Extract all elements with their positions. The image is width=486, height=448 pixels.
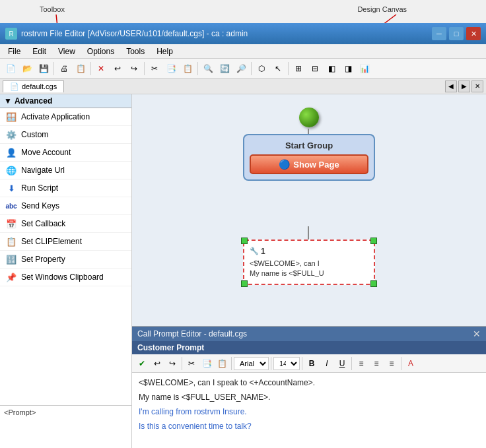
toolbar-find[interactable]: 🔍 — [200, 61, 216, 77]
cpe-section-header: Customer Prompt — [132, 341, 486, 354]
start-group-box[interactable]: Start Group 🔵 Show Page — [243, 134, 375, 181]
tab-icon: 📄 — [10, 82, 19, 91]
menu-tools[interactable]: Tools — [121, 46, 150, 57]
italic-button[interactable]: I — [320, 356, 334, 371]
sidebar-item-set-property[interactable]: 🔢 Set Property — [0, 251, 131, 269]
toolbar-chart[interactable]: 📊 — [357, 61, 372, 77]
sidebar-item-activate-application[interactable]: 🪟 Activate Application — [0, 108, 131, 126]
toolbar-grid2[interactable]: ⊟ — [307, 61, 323, 77]
cpe-text-area[interactable]: <$WELCOME>, can I speak to <+AccountName… — [132, 373, 486, 439]
align-left-button[interactable]: ≡ — [354, 356, 368, 371]
menu-edit[interactable]: Edit — [27, 46, 52, 57]
color-button[interactable]: A — [403, 356, 418, 371]
minimize-button[interactable]: ─ — [432, 27, 446, 40]
toolbar-align-l[interactable]: ◧ — [324, 61, 339, 77]
corner-handle-tl[interactable] — [241, 238, 248, 244]
sidebar-item-set-windows-clipboard[interactable]: 📌 Set Windows Clipboard — [0, 269, 131, 286]
toolbar-align-r[interactable]: ◨ — [340, 61, 356, 77]
tab-next-button[interactable]: ▶ — [458, 80, 470, 92]
toolbar-print[interactable]: 🖨 — [56, 61, 72, 77]
menu-view[interactable]: View — [53, 46, 81, 57]
cpe-text-line4: Is this a convenient time to talk? — [139, 420, 479, 432]
sidebar-item-label-activate: Activate Application — [21, 112, 90, 121]
toolbar-undo[interactable]: ↩ — [110, 61, 125, 77]
toolbar-new[interactable]: 📄 — [3, 61, 18, 77]
align-right-button[interactable]: ≡ — [384, 356, 399, 371]
toolbar-copy-page[interactable]: 📋 — [73, 61, 88, 77]
cpe-close-button[interactable]: ✕ — [473, 329, 481, 339]
menu-file[interactable]: File — [3, 46, 26, 57]
toolbar-sep-4 — [197, 62, 198, 75]
arrow-line-2 — [308, 226, 309, 240]
menu-options[interactable]: Options — [82, 46, 120, 57]
close-button[interactable]: ✕ — [466, 27, 481, 40]
toolbar-open[interactable]: 📂 — [19, 61, 35, 77]
tab-close-button[interactable]: ✕ — [471, 80, 483, 92]
bold-button[interactable]: B — [304, 356, 319, 371]
sidebar-item-navigate-url[interactable]: 🌐 Navigate Url — [0, 162, 131, 179]
toolbar-lasso[interactable]: ⬡ — [254, 61, 269, 77]
sidebar-item-label-send-keys: Send Keys — [21, 201, 59, 210]
corner-handle-br[interactable] — [370, 280, 377, 287]
maximize-button[interactable]: □ — [449, 27, 464, 40]
toolbar-save[interactable]: 💾 — [36, 61, 52, 77]
call-prompt-box[interactable]: 🔧 1 <$WELCOME>, can I My name is <$FULL_… — [243, 240, 375, 285]
set-callback-icon: 📅 — [5, 218, 17, 230]
toolbar-copy[interactable]: 📑 — [163, 61, 179, 77]
sidebar-header-label: Advanced — [15, 96, 52, 106]
sidebar-list: 🪟 Activate Application ⚙️ Custom 👤 Move … — [0, 108, 131, 405]
cpe-undo-btn[interactable]: ↩ — [150, 356, 164, 371]
call-prompt-editor-panel: Call Prompt Editor - default.cgs ✕ Custo… — [132, 326, 486, 448]
cpe-cut-btn[interactable]: ✂ — [184, 356, 199, 371]
toolbar-replace[interactable]: 🔄 — [217, 61, 232, 77]
sidebar-item-run-script[interactable]: ⬇ Run Script — [0, 179, 131, 197]
toolbar-sep-6 — [288, 62, 289, 75]
toolbar-delete[interactable]: ✕ — [93, 61, 109, 77]
toolbar-sep-3 — [144, 62, 145, 75]
toolbar-redo[interactable]: ↪ — [126, 61, 142, 77]
flow-start-node — [299, 108, 319, 127]
cpe-sep-5 — [351, 357, 352, 370]
toolbar-grid[interactable]: ⊞ — [291, 61, 306, 77]
start-group-label: Start Group — [250, 141, 368, 150]
prompt-line1: <$WELCOME>, can I — [250, 259, 320, 267]
sidebar-header: ▼ Advanced — [0, 94, 131, 108]
sidebar-item-label-navigate-url: Navigate Url — [21, 166, 65, 175]
toolbar-paste[interactable]: 📋 — [180, 61, 195, 77]
corner-handle-tr[interactable] — [370, 238, 377, 244]
font-family-select[interactable]: Arial — [234, 357, 269, 370]
toolbar-zoom[interactable]: 🔎 — [233, 61, 249, 77]
show-page-button[interactable]: 🔵 Show Page — [250, 154, 368, 174]
cpe-section-label: Customer Prompt — [137, 343, 204, 352]
toolbar-pointer[interactable]: ↖ — [270, 61, 286, 77]
underline-button[interactable]: U — [335, 356, 349, 371]
design-canvas[interactable]: Start Group 🔵 Show Page — [132, 94, 486, 326]
font-size-select[interactable]: 14 — [273, 357, 300, 370]
cpe-check-btn[interactable]: ✔ — [135, 356, 149, 371]
tab-navigation: ◀ ▶ ✕ — [445, 80, 483, 92]
prompt-preview-text: <$WELCOME>, can I My name is <$FULL_U — [250, 259, 368, 279]
tab-default-cgs[interactable]: 📄 default.cgs — [3, 80, 64, 92]
show-page-icon: 🔵 — [279, 159, 290, 170]
sidebar-item-set-clip-element[interactable]: 📋 Set CLIPElement — [0, 233, 131, 251]
tab-prev-button[interactable]: ◀ — [445, 80, 457, 92]
annotation-toolbox: Toolbox — [40, 5, 65, 13]
cpe-sep-6 — [401, 357, 401, 370]
menu-help[interactable]: Help — [151, 46, 178, 57]
cpe-copy-btn[interactable]: 📑 — [199, 356, 214, 371]
cpe-paste-btn[interactable]: 📋 — [215, 356, 229, 371]
title-bar: R rostrvm File Editor [AdVisor/USER/u101… — [0, 23, 486, 44]
property-editor-label: <Prompt> — [4, 408, 36, 416]
cpe-redo-btn[interactable]: ↪ — [165, 356, 180, 371]
sidebar-item-set-callback[interactable]: 📅 Set Callback — [0, 215, 131, 233]
set-clip-element-icon: 📋 — [5, 236, 17, 247]
sidebar-item-custom[interactable]: ⚙️ Custom — [0, 126, 131, 144]
align-center-button[interactable]: ≡ — [369, 356, 384, 371]
app-icon: R — [5, 28, 17, 40]
sidebar-item-send-keys[interactable]: abc Send Keys — [0, 197, 131, 215]
cpe-text-line2: My name is <$FULL_USER_NAME>. — [139, 391, 479, 403]
corner-handle-bl[interactable] — [241, 280, 248, 287]
sidebar-item-move-account[interactable]: 👤 Move Account — [0, 144, 131, 162]
set-property-icon: 🔢 — [5, 253, 17, 265]
toolbar-cut[interactable]: ✂ — [147, 61, 162, 77]
